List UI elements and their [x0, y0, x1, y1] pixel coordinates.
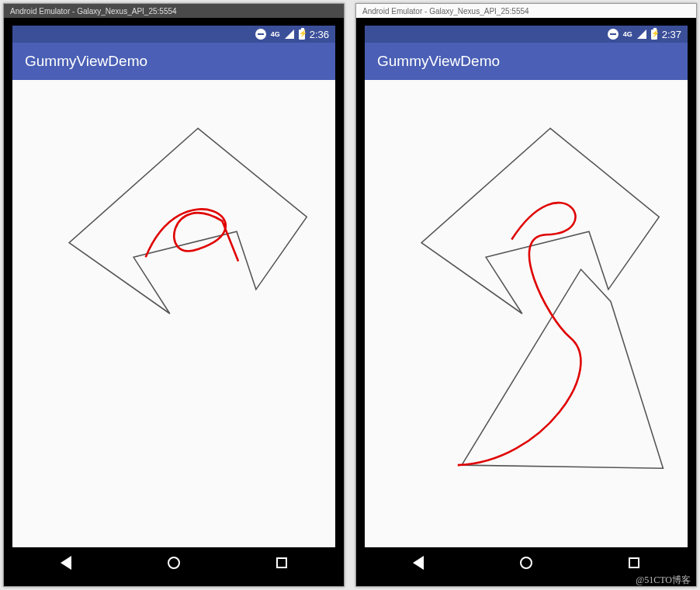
signal-icon [637, 30, 646, 39]
dnd-icon [255, 29, 266, 40]
app-bar: GummyViewDemo [12, 43, 335, 80]
red-curve [146, 209, 238, 261]
app-bar: GummyViewDemo [365, 43, 688, 80]
canvas-area[interactable] [12, 80, 335, 547]
device-frame: 4G 2:37 GummyViewDemo [356, 18, 696, 586]
status-bar: 4G 2:37 [365, 26, 688, 43]
status-bar: 4G 2:36 [12, 26, 335, 43]
drawing-svg [12, 80, 335, 547]
device-screen: 4G 2:37 GummyViewDemo [365, 26, 688, 578]
nav-bar [12, 547, 335, 578]
emulator-titlebar: Android Emulator - Galaxy_Nexus_API_25:5… [356, 4, 696, 18]
app-title: GummyViewDemo [25, 53, 147, 70]
emulator-window-right: Android Emulator - Galaxy_Nexus_API_25:5… [355, 3, 697, 587]
drawing-svg [365, 80, 688, 547]
nav-recent-button[interactable] [626, 555, 642, 571]
emulator-window-left: Android Emulator - Galaxy_Nexus_API_25:5… [3, 3, 345, 587]
emulator-titlebar: Android Emulator - Galaxy_Nexus_API_25:5… [4, 4, 344, 18]
nav-back-button[interactable] [58, 555, 74, 571]
canvas-area[interactable] [365, 80, 688, 547]
app-title: GummyViewDemo [377, 53, 500, 70]
clock-label: 2:37 [662, 29, 681, 40]
network-4g-icon: 4G [623, 31, 632, 38]
network-4g-icon: 4G [271, 31, 280, 38]
polygon-path-lower [462, 269, 663, 468]
battery-icon [299, 30, 305, 40]
battery-icon [651, 30, 657, 40]
nav-recent-button[interactable] [274, 555, 289, 571]
red-curve [458, 203, 581, 465]
device-frame: 4G 2:36 GummyViewDemo [4, 18, 344, 586]
polygon-path [69, 128, 307, 314]
device-screen: 4G 2:36 GummyViewDemo [12, 26, 335, 578]
emulator-title-label: Android Emulator - Galaxy_Nexus_API_25:5… [10, 7, 177, 16]
signal-icon [285, 30, 294, 39]
clock-label: 2:36 [310, 29, 329, 40]
nav-home-button[interactable] [166, 555, 182, 571]
watermark-label: @51CTO博客 [636, 574, 691, 587]
nav-back-button[interactable] [411, 555, 426, 571]
polygon-path-upper [421, 128, 659, 314]
dnd-icon [608, 29, 619, 40]
nav-home-button[interactable] [518, 555, 534, 571]
emulator-title-label: Android Emulator - Galaxy_Nexus_API_25:5… [362, 7, 529, 16]
